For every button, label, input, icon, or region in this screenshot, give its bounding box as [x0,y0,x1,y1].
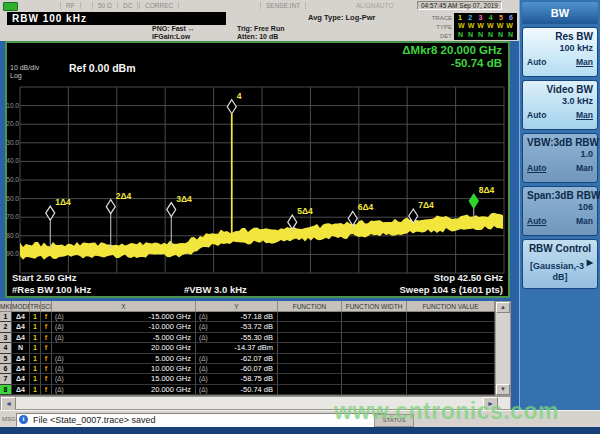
cell-scl: f [41,374,52,384]
auto-man-row: AutoMan [527,163,593,173]
status-rf: RF [60,2,81,9]
softkey-man[interactable]: Man [576,216,593,226]
info-icon: i [19,415,28,424]
softkey-rbw-control[interactable]: RBW Control▶[Gaussian,-3 dB] [522,239,598,289]
cell-x: (Δ)-5.000 GHz [52,333,196,343]
cell-function [278,312,342,322]
cell-trc: 1 [30,312,41,322]
softkey-label: Span:3dB RBW [527,190,593,202]
softkey-auto[interactable]: Auto [527,110,546,120]
marker-table-row-8[interactable]: 8Δ41f(Δ)20.000 GHz(Δ)-50.74 dB [0,385,495,395]
cell-y: (Δ)-60.07 dB [196,364,278,374]
column-header-function: FUNCTION [278,301,342,312]
marker-diamond-4[interactable] [227,100,236,114]
marker-diamond-1[interactable] [46,206,55,220]
softkey-man[interactable]: Man [576,110,593,120]
trc-numbers-item: 3 [478,14,482,22]
cell-function-value [407,364,495,374]
marker-table-row-2[interactable]: 2Δ41f(Δ)-10.000 GHz(Δ)-53.72 dB [0,322,495,332]
det-row-label: DET [421,33,452,39]
cell-scl: f [41,385,52,395]
cell-x: (Δ)15.000 GHz [52,374,196,384]
stop-freq-annotation: Stop 42.50 GHz [434,272,503,283]
scroll-down-icon[interactable]: ▼ [496,384,510,395]
trace-status-block: 123456 WWWWWW NNNNNN [454,13,517,40]
cell-mode: N [12,343,30,353]
msg-label: MSG [2,416,16,422]
cell-scl: f [41,354,52,364]
cell-mode: Δ4 [12,374,30,384]
softkey-res-bw[interactable]: Res BW100 kHzAutoMan [522,27,598,77]
svg-text:-40.0: -40.0 [7,157,19,164]
cell-scl: f [41,333,52,343]
scroll-right-icon[interactable]: ► [483,397,498,411]
column-header-scl: SCL [41,301,52,312]
marker-diamond-8[interactable] [469,194,478,208]
cell-mkr: 5 [0,354,12,364]
cell-function-width [342,333,407,343]
softkey-value: 106 [527,202,593,213]
trc-numbers-item: 1 [458,14,462,22]
softkey-value: 1.0 [527,149,593,160]
atten-annotation: Atten: 10 dB [237,33,278,41]
marker-table-horizontal-scrollbar[interactable]: ◄ ► [0,396,511,410]
trace-row-label: TRACE [421,15,452,21]
scroll-left-icon[interactable]: ◄ [1,397,16,411]
svg-text:-10.0: -10.0 [7,102,19,109]
column-header-mkr: MKR [0,301,12,312]
trc-types-item: W [458,22,465,30]
menu-title: BW [522,2,598,24]
marker-table-row-6[interactable]: 6Δ41f(Δ)10.000 GHz(Δ)-60.07 dB [0,364,495,374]
cell-trc: 1 [30,364,41,374]
marker-table-row-4[interactable]: 4N1f20.000 GHz-14.37 dBm [0,343,495,353]
column-header-y: Y [196,301,278,312]
softkey-label: Video BW [527,84,593,96]
softkey-list: Res BW100 kHzAutoManVideo BW3.0 kHzAutoM… [520,27,600,289]
marker-label-3: 3Δ4 [176,194,192,204]
marker-table-row-3[interactable]: 3Δ41f(Δ)-5.000 GHz(Δ)-55.30 dB [0,333,495,343]
cell-function [278,322,342,332]
cell-mode: Δ4 [12,322,30,332]
cell-function-value [407,385,495,395]
spectrum-analyzer-screen: RF 50 Ω DC CORREC SENSE:INT ALIGNAUTO 04… [0,0,600,434]
softkey-auto[interactable]: Auto [527,163,546,173]
trc-dets-item: N [488,31,493,39]
trc-types-item: W [506,22,513,30]
cell-function [278,364,342,374]
cell-mode: Δ4 [12,364,30,374]
softkey-span-3db-rbw[interactable]: Span:3dB RBW106AutoMan [522,186,598,236]
softkey-man[interactable]: Man [576,57,593,67]
softkey-video-bw[interactable]: Video BW3.0 kHzAutoMan [522,80,598,130]
marker-label-5: 5Δ4 [297,206,313,216]
cell-x: 20.000 GHz [52,343,196,353]
bw-sweep-row: #Res BW 100 kHz #VBW 3.0 kHz Sweep 104 s… [12,284,503,295]
marker-table-row-5[interactable]: 5Δ41f(Δ)5.000 GHz(Δ)-62.07 dB [0,354,495,364]
cell-x: (Δ)10.000 GHz [52,364,196,374]
scroll-up-icon[interactable]: ▲ [496,302,510,313]
softkey-auto[interactable]: Auto [527,216,546,226]
submenu-arrow-icon: ▶ [587,257,593,269]
log-annotation: Log [10,72,22,80]
status-button[interactable]: STATUS [374,414,414,427]
softkey-auto[interactable]: Auto [527,57,546,67]
spectrum-display: -10.0-20.0-30.0-40.0-50.0-60.0-70.0-80.0… [5,41,510,298]
cell-scl: f [41,343,52,353]
marker-diamond-3[interactable] [167,203,176,217]
trc-dets-item: N [468,31,473,39]
marker-table-vertical-scrollbar[interactable]: ▲ ▼ [495,301,511,396]
bottom-frame [0,427,600,434]
cell-trc: 1 [30,333,41,343]
avg-type-annotation: Avg Type: Log-Pwr [308,14,376,22]
rbw-annotation: RBW 100 kHz [7,12,226,25]
marker-diamond-6[interactable] [348,211,357,225]
marker-diamond-2[interactable] [106,200,115,214]
softkey-vbw-3db-rbw[interactable]: VBW:3dB RBW1.0AutoMan [522,133,598,183]
marker-table-row-1[interactable]: 1Δ41f(Δ)-15.000 GHz(Δ)-57.18 dB [0,312,495,322]
softkey-label: Res BW [527,31,593,43]
marker-table-row-7[interactable]: 7Δ41f(Δ)15.000 GHz(Δ)-58.75 dB [0,374,495,384]
delta-marker-readout-freq: ΔMkr8 20.000 GHz [402,44,502,56]
marker-label-6: 6Δ4 [358,202,374,212]
cell-trc: 1 [30,343,41,353]
softkey-man[interactable]: Man [576,163,593,173]
cell-function-width [342,312,407,322]
